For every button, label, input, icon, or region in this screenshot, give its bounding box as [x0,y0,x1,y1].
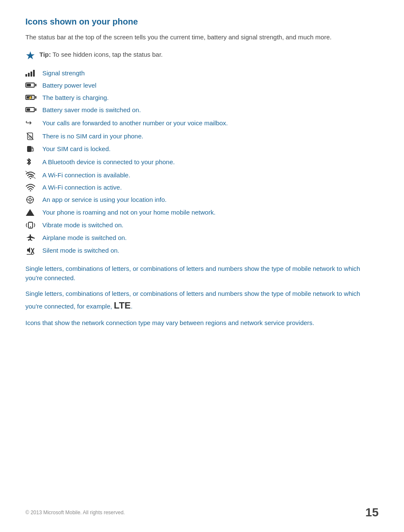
tip-box: ★ Tip: To see hidden icons, tap the stat… [25,50,379,61]
roaming-icon [25,208,42,217]
svg-point-8 [30,190,31,192]
wifi-available-icon [25,171,42,179]
sim-locked-svg [25,144,35,154]
list-item: Signal strength [25,69,379,77]
battery-charging-icon: ⚡ [25,95,42,100]
svg-point-10 [29,198,31,201]
list-item: There is no SIM card in your phone. [25,132,379,141]
location-icon [25,195,42,204]
list-item: A Wi-Fi connection is active. [25,183,379,192]
intro-text: The status bar at the top of the screen … [25,33,379,42]
wifi-active-icon [25,183,42,191]
list-item: Airplane mode is switched on. [25,233,379,242]
wifi-active-svg [25,183,36,191]
lte-badge: LTE [114,300,131,311]
list-item: A Wi-Fi connection is available. [25,171,379,179]
footer-page-number: 15 [365,506,379,519]
bluetooth-svg [25,157,32,167]
footer-copyright: © 2013 Microsoft Mobile. All rights rese… [25,510,125,515]
bluetooth-icon [25,157,42,167]
list-item: Battery power level [25,81,379,90]
silent-svg [25,245,35,256]
roaming-svg [25,208,35,217]
list-item: ⚡ The battery is charging. [25,93,379,102]
svg-point-17 [30,226,31,227]
note-paragraph-2: Single letters, combinations of letters,… [25,289,379,313]
icon-list: Signal strength Battery power level [25,69,379,256]
list-item: A Bluetooth device is connected to your … [25,157,379,167]
tip-star-icon: ★ [25,50,35,61]
no-sim-icon [25,132,42,141]
airplane-svg [25,234,36,241]
list-item: Your SIM card is locked. [25,144,379,154]
page-footer: © 2013 Microsoft Mobile. All rights rese… [25,506,379,519]
list-item: An app or service is using your location… [25,195,379,204]
list-item: ♥ Battery saver mode is switched on. [25,105,379,114]
no-sim-svg [25,132,35,141]
list-item: ↪ Your calls are forwarded to another nu… [25,118,379,128]
wifi-available-svg [25,171,36,179]
svg-marker-15 [26,209,34,216]
location-svg [25,195,35,204]
battery-icon [25,83,42,88]
list-item: Vibrate mode is switched on. [25,221,379,230]
note-paragraph-3: Icons that show the network connection t… [25,318,379,328]
airplane-icon [25,234,42,241]
tip-text: Tip: To see hidden icons, tap the status… [39,50,163,60]
signal-strength-icon [25,69,42,77]
svg-point-5 [32,149,33,150]
list-item: Your phone is roaming and not on your ho… [25,208,379,217]
battery-saver-icon: ♥ [25,107,42,112]
vibrate-svg [25,221,36,230]
note-paragraph-1: Single letters, combinations of letters,… [25,264,379,283]
silent-icon [25,245,42,256]
svg-point-6 [30,178,31,179]
page-title: Icons shown on your phone [25,17,379,27]
vibrate-icon [25,221,42,230]
list-item: Silent mode is switched on. [25,245,379,256]
calls-forwarded-icon: ↪ [25,118,42,128]
sim-locked-icon [25,144,42,154]
